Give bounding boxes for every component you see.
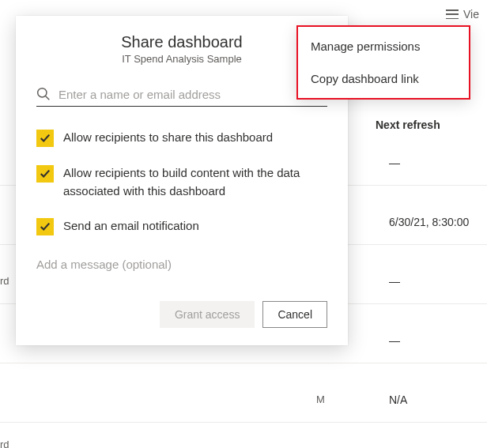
table-row: rd [0, 424, 487, 448]
menu-copy-dashboard-link[interactable]: Copy dashboard link [298, 62, 469, 95]
cell-next-refresh: — [389, 156, 400, 169]
dialog-title: Share dashboard [36, 33, 327, 51]
view-label: Vie [463, 8, 479, 21]
cell-partial: M [316, 393, 325, 405]
allow-share-label: Allow recipients to share this dashboard [63, 129, 273, 147]
check-icon [40, 168, 51, 179]
checkbox-row-build: Allow recipients to build content with t… [36, 164, 327, 200]
cell-next-refresh: 6/30/21, 8:30:00 [389, 216, 469, 228]
view-menu[interactable]: Vie [438, 0, 487, 28]
dialog-actions: Grant access Cancel [36, 301, 327, 328]
cell-next-refresh: — [389, 275, 400, 288]
search-input[interactable] [59, 88, 327, 101]
cell-partial: rd [0, 439, 9, 448]
checkbox-row-share: Allow recipients to share this dashboard [36, 129, 327, 147]
check-icon [40, 221, 51, 232]
dialog-header: Share dashboard IT Spend Analysis Sample… [36, 33, 327, 65]
search-icon [36, 87, 51, 101]
cell-next-refresh: N/A [389, 393, 407, 406]
column-header-next-refresh: Next refresh [376, 119, 440, 131]
cell-next-refresh: — [389, 334, 400, 347]
checkbox-row-email: Send an email notification [36, 217, 327, 235]
allow-build-label: Allow recipients to build content with t… [63, 164, 327, 200]
grant-access-button[interactable]: Grant access [160, 301, 255, 328]
more-options-menu: Manage permissions Copy dashboard link [296, 25, 470, 100]
check-icon [40, 133, 51, 144]
recipient-search[interactable] [36, 87, 327, 107]
message-input[interactable] [36, 258, 327, 271]
send-email-label: Send an email notification [63, 217, 199, 235]
dialog-subtitle: IT Spend Analysis Sample [36, 53, 327, 65]
svg-point-0 [38, 88, 47, 97]
svg-line-1 [45, 96, 49, 100]
allow-build-checkbox[interactable] [36, 165, 54, 183]
cell-partial: rd [0, 275, 9, 287]
allow-share-checkbox[interactable] [36, 130, 54, 147]
send-email-checkbox[interactable] [36, 218, 54, 235]
hamburger-icon [446, 9, 459, 19]
cancel-button[interactable]: Cancel [262, 301, 327, 328]
table-row: M N/A [0, 379, 487, 423]
menu-manage-permissions[interactable]: Manage permissions [298, 30, 469, 62]
